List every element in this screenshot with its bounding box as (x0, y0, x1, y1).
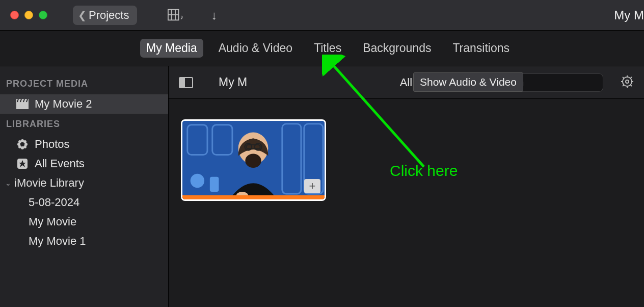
tab-audio-video[interactable]: Audio & Video (212, 39, 299, 58)
library-tabbar: My Media Audio & Video Titles Background… (0, 31, 644, 66)
chevron-down-icon: ⌄ (5, 179, 11, 187)
tab-my-media[interactable]: My Media (140, 39, 203, 58)
window-titlebar: ❮ Projects ♪ ↓ My M (0, 0, 644, 31)
media-clip-thumbnail[interactable]: + (181, 119, 326, 201)
svg-line-33 (630, 77, 632, 79)
clip-used-indicator (182, 195, 325, 199)
download-arrow-icon[interactable]: ↓ (211, 8, 217, 22)
svg-point-15 (18, 140, 21, 143)
svg-point-19 (21, 143, 24, 146)
clip-grid: + (169, 99, 644, 307)
zoom-window-icon[interactable] (39, 11, 47, 19)
sidebar-item-label: All Events (35, 157, 85, 170)
sidebar-item-label: Photos (35, 138, 70, 151)
breadcrumb[interactable]: My M (219, 75, 247, 89)
star-icon (16, 158, 29, 169)
svg-point-42 (245, 154, 261, 168)
tab-transitions[interactable]: Transitions (446, 39, 516, 58)
plus-icon: + (309, 180, 316, 193)
svg-point-17 (18, 145, 21, 148)
media-toolbar: My M Show Audio & Video All Clips ▲▼ (169, 66, 644, 99)
svg-text:♪: ♪ (180, 13, 183, 20)
sidebar-event-item[interactable]: My Movie 1 (0, 232, 168, 251)
gear-icon[interactable] (621, 75, 634, 90)
tab-backgrounds[interactable]: Backgrounds (357, 39, 437, 58)
window-controls (10, 11, 47, 19)
tooltip: Show Audio & Video (413, 72, 523, 92)
media-browser: My M Show Audio & Video All Clips ▲▼ (169, 66, 644, 307)
sidebar-project-item[interactable]: My Movie 2 (0, 94, 168, 114)
svg-line-32 (623, 85, 624, 86)
sidebar: PROJECT MEDIA My Movie 2 LIBRARIES Photo… (0, 66, 169, 307)
svg-rect-40 (210, 177, 219, 192)
clapperboard-icon (16, 99, 29, 109)
svg-point-39 (191, 174, 204, 188)
projects-back-button[interactable]: ❮ Projects (73, 6, 137, 25)
close-window-icon[interactable] (10, 11, 19, 19)
svg-line-30 (623, 77, 624, 79)
window-title: My M (614, 0, 644, 31)
media-import-icon[interactable]: ♪ (168, 9, 183, 22)
add-clip-button[interactable]: + (304, 179, 320, 193)
sidebar-item-label: My Movie 2 (35, 97, 92, 111)
minimize-window-icon[interactable] (24, 11, 33, 19)
flower-icon (16, 139, 29, 150)
svg-point-25 (626, 80, 629, 83)
annotation-label: Click here (390, 162, 458, 180)
svg-line-31 (630, 85, 632, 86)
sidebar-section-libraries: LIBRARIES (0, 114, 168, 135)
svg-point-18 (23, 145, 26, 148)
projects-button-label: Projects (89, 9, 129, 22)
sidebar-item-all-events[interactable]: All Events (0, 154, 168, 173)
tab-titles[interactable]: Titles (308, 39, 347, 58)
sidebar-section-project-media: PROJECT MEDIA (0, 73, 168, 94)
sidebar-item-photos[interactable]: Photos (0, 135, 168, 154)
sidebar-event-item[interactable]: 5-08-2024 (0, 193, 168, 212)
svg-rect-5 (16, 102, 29, 109)
clip-preview-image (182, 121, 325, 201)
sidebar-event-item[interactable]: My Movie (0, 212, 168, 232)
sidebar-library-tree-toggle[interactable]: ⌄ iMovie Library (0, 173, 168, 193)
chevron-left-icon: ❮ (78, 9, 87, 21)
sidebar-toggle-icon[interactable] (179, 77, 193, 88)
svg-point-16 (23, 140, 26, 143)
sidebar-item-label: iMovie Library (14, 176, 84, 190)
